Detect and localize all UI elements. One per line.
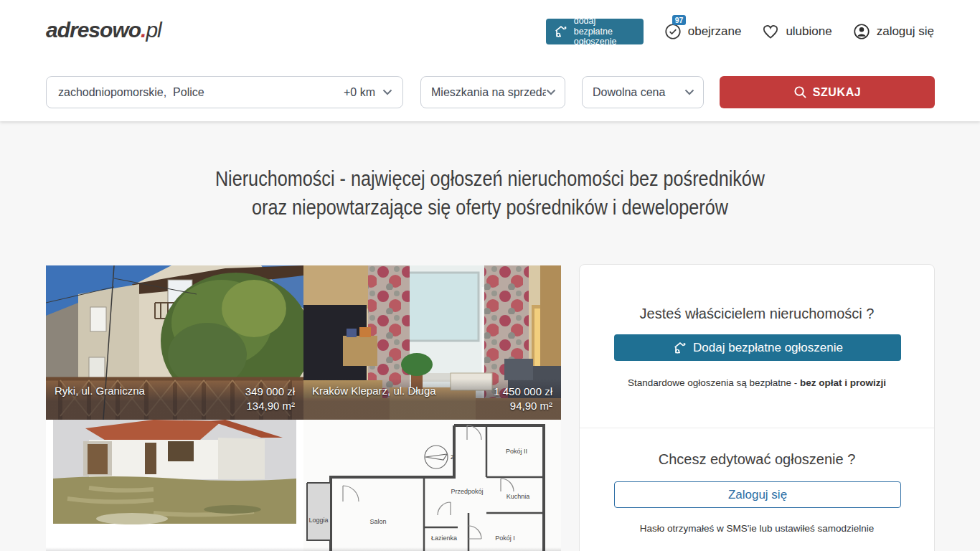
listing-card[interactable]: Kraków Kleparz, ul. Długa 1 450 000 zł 9… (303, 265, 561, 420)
owner-panel: Jesteś właścicielem nieruchomości ? Doda… (579, 264, 935, 551)
header-actions: dodaj bezpłatne ogłoszenie 97 obejrzane (546, 19, 934, 44)
login-button[interactable]: zaloguj się (852, 22, 934, 41)
favorites-button[interactable]: ulubione (761, 22, 831, 41)
house-plus-icon (672, 340, 688, 356)
heart-icon (761, 22, 780, 41)
plan-room-label: Pokój I (495, 534, 515, 542)
location-field: +0 km (46, 76, 403, 108)
divider (580, 428, 934, 428)
category-value: Mieszkania na sprzedaż (421, 86, 546, 99)
listing-card[interactable]: Ryki, ul. Graniczna 349 000 zł 134,90 m² (46, 265, 303, 420)
logo-text-suffix: pl (146, 18, 161, 42)
listing-overlay: Dalki 895 000 zł (46, 547, 303, 551)
listing-overlay: Kraków Kleparz, ul. Długa 1 450 000 zł 9… (303, 379, 561, 420)
plan-room-label: Łazienka (431, 534, 457, 542)
category-dropdown[interactable]: Mieszkania na sprzedaż (420, 76, 565, 108)
listing-location: Ryki, ul. Graniczna (55, 385, 145, 413)
page-title-line2: oraz niepowtarzające się oferty pośredni… (78, 193, 901, 222)
add-free-listing-label: Dodaj bezpłatne ogłoszenie (693, 341, 843, 355)
listing-location: Kraków Kleparz, ul. Długa (312, 385, 436, 413)
main-content: Nieruchomości - najwięcej ogłoszeń nieru… (0, 121, 980, 551)
viewed-label: obejrzane (688, 24, 742, 39)
user-icon (852, 22, 871, 41)
listing-area: 94,90 m² (494, 399, 552, 413)
owner-note: Standardowe ogłoszenia są bezpłatne - be… (580, 377, 934, 388)
viewed-button[interactable]: 97 obejrzane (664, 22, 742, 41)
listing-overlay: Ryki, ul. Graniczna 349 000 zł 134,90 m² (46, 379, 303, 420)
add-listing-button[interactable]: dodaj bezpłatne ogłoszenie (546, 19, 644, 44)
owner-heading: Jesteś właścicielem nieruchomości ? (580, 306, 934, 322)
plan-room-label: Przedpokój (451, 488, 483, 495)
page: adresowo.pl dodaj bezpłatne ogłoszenie (0, 0, 980, 551)
owner-note-bold: bez opłat i prowizji (800, 377, 886, 388)
listing-photo-house2 (46, 420, 303, 551)
header: adresowo.pl dodaj bezpłatne ogłoszenie (0, 0, 980, 121)
site-logo[interactable]: adresowo.pl (46, 18, 161, 42)
listing-card[interactable]: Dalki 895 000 zł (46, 420, 303, 551)
listing-area: 134,90 m² (245, 399, 295, 413)
search-submit-button[interactable]: SZUKAJ (720, 76, 935, 108)
plan-room-label: Kuchnia (507, 493, 530, 500)
viewed-count-badge: 97 (672, 15, 687, 25)
add-listing-label: dodaj bezpłatne ogłoszenie (574, 16, 636, 47)
plan-room-label: Salon (369, 518, 386, 525)
location-input[interactable] (47, 86, 344, 99)
house-plus-icon (553, 24, 569, 39)
listings-grid: Ryki, ul. Graniczna 349 000 zł 134,90 m² (46, 265, 561, 551)
owner-note-text: Standardowe ogłoszenia są bezpłatne - (628, 377, 800, 388)
login-label: zaloguj się (877, 24, 934, 39)
add-free-listing-button[interactable]: Dodaj bezpłatne ogłoszenie (614, 334, 901, 361)
listing-price: 349 000 zł (245, 385, 295, 399)
viewed-check-icon: 97 (664, 22, 682, 41)
page-title: Nieruchomości - najwięcej ogłoszeń nieru… (0, 164, 980, 222)
price-dropdown[interactable]: Dowolna cena (582, 76, 704, 108)
edit-heading: Chcesz edytować ogłoszenie ? (580, 451, 934, 468)
plan-compass-label: Z (451, 453, 455, 461)
listing-overlay: Kraków Nowa Huta, os. 600 000 zł (303, 547, 561, 551)
radius-value: +0 km (344, 86, 375, 99)
favorites-label: ulubione (786, 24, 831, 39)
login-link-button[interactable]: Zaloguj się (614, 481, 901, 508)
listing-card[interactable]: Pokój II Przedpokój Kuchnia Salon Loggia… (303, 420, 561, 551)
radius-dropdown[interactable]: +0 km (344, 86, 402, 99)
plan-room-label: Pokój II (506, 448, 527, 455)
chevron-down-icon (546, 89, 565, 95)
price-value: Dowolna cena (583, 86, 684, 99)
plan-room-label: Loggia (308, 517, 328, 524)
chevron-down-icon (684, 89, 703, 95)
listing-floorplan: Pokój II Przedpokój Kuchnia Salon Loggia… (303, 420, 561, 551)
search-submit-label: SZUKAJ (813, 86, 862, 99)
page-title-line1: Nieruchomości - najwięcej ogłoszeń nieru… (78, 164, 901, 193)
search-icon (793, 85, 807, 99)
edit-note: Hasło otrzymałeś w SMS'ie lub ustawiłeś … (580, 523, 934, 534)
chevron-down-icon (382, 89, 392, 95)
logo-text-main: adresowo (46, 18, 141, 42)
listing-price: 1 450 000 zł (494, 385, 552, 399)
